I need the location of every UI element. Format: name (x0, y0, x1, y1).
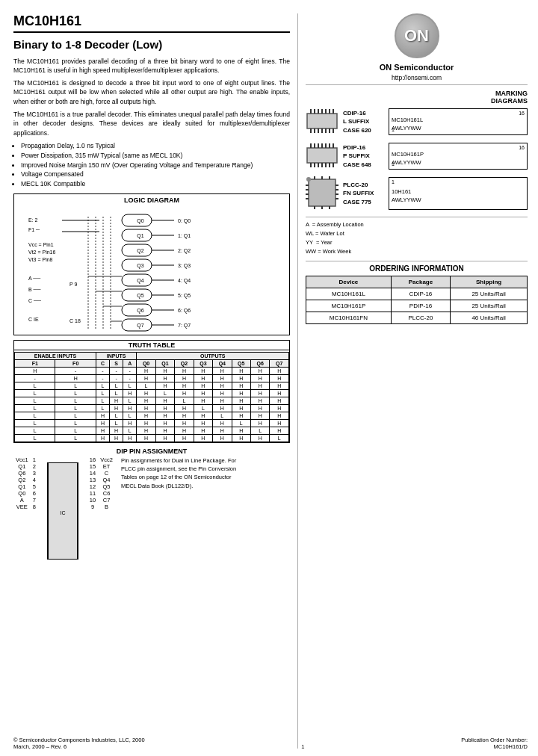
dip-pin-num: 11 (87, 490, 98, 497)
truth-table-cell: H (270, 419, 289, 427)
truth-table-cell: H (123, 404, 137, 412)
truth-table-cell: H (155, 397, 174, 404)
ordering-cell: 25 Units/Rail (451, 288, 528, 300)
dip-pin-num: 9 (87, 504, 98, 510)
gate-q3-label: Q3 (137, 263, 143, 269)
truth-table-row: LLHHLHHHHHHLH (15, 427, 289, 434)
truth-table-row: -H---HHHHHHHH (15, 374, 289, 382)
truth-table-cell: H (123, 419, 137, 427)
truth-table-row: LLLHLHHLHHHHH (15, 397, 289, 404)
gate-q0-label: Q0 (137, 218, 143, 224)
truth-table-cell: H (137, 367, 155, 374)
on-logo: ON (306, 13, 528, 58)
package-row-pdip: PDIP-16P SUFFIXCASE 648 16 MC10H161PAWLY… (306, 142, 528, 170)
truth-table-cell: H (250, 434, 269, 441)
feature-item: Improved Noise Margin 150 mV (Over Opera… (21, 161, 290, 170)
dip-pin-row: Q06 (13, 490, 38, 497)
truth-table-cell: L (96, 397, 109, 404)
truth-table-cell: H (213, 389, 232, 397)
output-q0: 0: Q0 (178, 218, 191, 224)
dip-pin-label: Q4 (98, 477, 115, 483)
on-circle: ON (395, 13, 439, 58)
company-name: ON Semiconductor (306, 63, 528, 72)
pkg-label-pdip: PDIP-16P SUFFIXCASE 648 (343, 143, 384, 169)
th-f0: F0 (55, 359, 96, 367)
pkg-marking-cdip: 16 MC10H161LAWLYYWW 1 (389, 108, 528, 135)
truth-table-cell: H (123, 389, 137, 397)
truth-table-cell: - (110, 367, 123, 374)
footer-date: March, 2000 – Rev. 6 (13, 743, 145, 750)
legend-item-wl: WL = Wafer Lot (306, 229, 528, 238)
dip-right-pins: 16Vcc215ET14C13Q412Q511C610C79B (87, 456, 115, 510)
footer-pub-number: MC10H161/D (461, 743, 528, 750)
svg-point-54 (306, 177, 311, 182)
website: http://onsemi.com (306, 74, 528, 85)
ordering-row: MC10H161PPDIP-1625 Units/Rail (306, 300, 528, 312)
package-row-cdip: CDIP-16L SUFFIXCASE 620 16 MC10H161LAWLY… (306, 108, 528, 136)
dip-pin-label: Q6 (13, 470, 31, 477)
truth-table-cell: H (194, 389, 212, 397)
truth-table-cell: H (250, 389, 269, 397)
right-column: ON ON Semiconductor http://onsemi.com MA… (297, 13, 528, 749)
th-outputs: OUTPUTS (137, 352, 289, 359)
truth-table-cell: L (96, 382, 109, 389)
dip-pin-row: Q12 (13, 463, 38, 470)
dip-pin-label: Q1 (13, 483, 31, 490)
truth-table-cell: L (96, 389, 109, 397)
truth-table-cell: L (55, 389, 96, 397)
footer-right: Publication Order Number: MC10H161/D (461, 737, 528, 750)
logic-diagram-image: E: 2 F1 ─ Vcc = Pin1 Vt2 = Pin16 Vt3 = P… (16, 205, 287, 332)
c18-label: C 18 (69, 318, 81, 323)
plcc-icon (306, 176, 338, 209)
truth-table-cell: H (96, 427, 109, 434)
truth-table-cell: H (175, 412, 194, 419)
truth-table-cell: H (250, 382, 269, 389)
ic-label: IC (60, 510, 65, 515)
dip-pin-num: 3 (31, 470, 38, 477)
mark-num-bot-cdip: 1 (392, 126, 395, 134)
dip-pin-label: C6 (98, 490, 115, 497)
input-label-cie: C IE (28, 317, 39, 322)
truth-table-cell: L (155, 389, 174, 397)
th-s: S (110, 359, 123, 367)
dip-pin-num: 1 (31, 456, 38, 463)
th-q1: Q1 (155, 359, 174, 367)
truth-table-cell: H (213, 404, 232, 412)
dip-pin-row: A7 (13, 497, 38, 504)
truth-table-cell: H (270, 389, 289, 397)
dip-pin-label: B (98, 504, 115, 510)
th-device: Device (306, 276, 392, 288)
truth-table-cell: H (110, 427, 123, 434)
dip-pin-label: Q1 (13, 463, 31, 470)
truth-table-cell: L (137, 382, 155, 389)
pkg-marking-plcc: 1 10H161AWLYYWW (389, 177, 528, 210)
th-a: A (123, 359, 137, 367)
ordering-cell: 25 Units/Rail (451, 300, 528, 312)
truth-table-cell: H (15, 367, 55, 374)
truth-table-cell: H (250, 367, 269, 374)
truth-table-cell: H (175, 404, 194, 412)
input-label-vcc: Vcc = Pin1 (28, 242, 54, 247)
truth-table-cell: L (15, 389, 55, 397)
truth-table-cell: H (96, 412, 109, 419)
truth-table-cell: H (194, 367, 212, 374)
truth-table-cell: H (155, 367, 174, 374)
dip-ic-body: IC (44, 462, 81, 560)
truth-table-cell: H (232, 434, 250, 441)
truth-table-cell: L (110, 412, 123, 419)
truth-table-cell: L (270, 434, 289, 441)
pkg-icon-cdip (306, 108, 338, 136)
truth-table-cell: L (15, 382, 55, 389)
ordering-row: MC10H161FNPLCC-2046 Units/Rail (306, 312, 528, 324)
dip-pin-num: 16 (87, 456, 98, 463)
truth-table-cell: L (55, 419, 96, 427)
truth-table-cell: - (15, 374, 55, 382)
dip-pin-label: ET (98, 463, 115, 470)
truth-table-cell: L (213, 412, 232, 419)
footer-copyright: © Semiconductor Components Industries, L… (13, 737, 145, 743)
input-label-b: B ── (28, 287, 41, 292)
ordering-cell: PLCC-20 (391, 312, 450, 324)
dip-pin-num: 13 (87, 477, 98, 483)
truth-table-cell: H (175, 434, 194, 441)
input-label-e2: E: 2 (28, 217, 38, 223)
